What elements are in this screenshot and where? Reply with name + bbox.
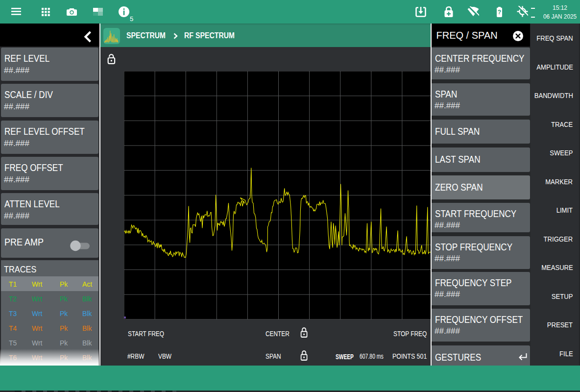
svg-text:?: ? (498, 8, 501, 15)
